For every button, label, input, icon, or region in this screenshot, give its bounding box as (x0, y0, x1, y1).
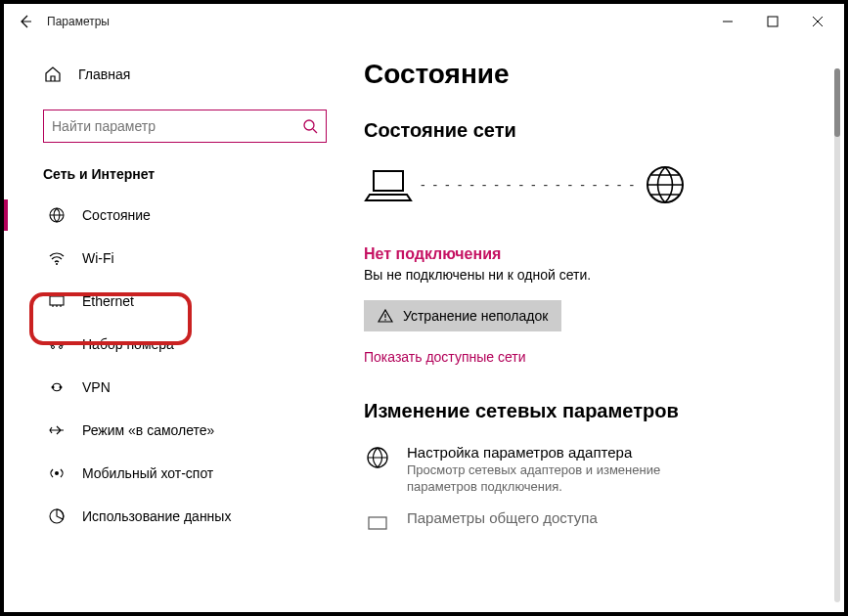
window-title: Параметры (47, 15, 110, 28)
sidebar-item-label: Режим «в самолете» (82, 422, 214, 438)
arrow-left-icon (18, 14, 33, 29)
show-available-networks-link[interactable]: Показать доступные сети (364, 349, 844, 365)
scrollbar[interactable] (834, 68, 840, 602)
sidebar-item-label: Мобильный хот-спот (82, 465, 213, 481)
page-title: Состояние (364, 59, 844, 90)
airplane-icon (47, 420, 67, 440)
home-icon (43, 65, 63, 84)
home-label: Главная (78, 66, 130, 82)
adapter-settings-title: Настройка параметров адаптера (407, 444, 730, 461)
window-controls (705, 4, 840, 39)
maximize-icon (767, 16, 779, 27)
dialup-icon (47, 334, 67, 354)
globe-large-icon (644, 163, 687, 206)
close-icon (812, 16, 824, 27)
search-input[interactable] (52, 118, 302, 134)
svg-rect-8 (50, 296, 64, 305)
no-connection-subtitle: Вы не подключены ни к одной сети. (364, 267, 844, 283)
svg-point-16 (55, 471, 59, 475)
svg-rect-23 (369, 517, 386, 529)
svg-point-4 (304, 120, 314, 130)
connection-dashes: - - - - - - - - - - - - - - - - - - (421, 177, 636, 193)
svg-line-5 (313, 129, 317, 133)
adapter-settings-desc: Просмотр сетевых адаптеров и изменение п… (407, 462, 730, 496)
sidebar-item-vpn[interactable]: VPN (43, 366, 336, 409)
globe-icon (47, 205, 67, 225)
sidebar-item-wifi[interactable]: Wi-Fi (43, 237, 336, 280)
no-connection-title: Нет подключения (364, 245, 844, 263)
svg-point-12 (52, 346, 55, 349)
sidebar-item-label: VPN (82, 379, 111, 395)
network-diagram: - - - - - - - - - - - - - - - - - - (364, 163, 844, 206)
minimize-icon (722, 16, 734, 27)
sharing-params-title: Параметры общего доступа (407, 509, 598, 526)
svg-rect-1 (768, 17, 778, 26)
wifi-icon (47, 248, 67, 268)
sharing-icon (364, 509, 391, 537)
adapter-settings-link[interactable]: Настройка параметров адаптера Просмотр с… (364, 444, 844, 496)
svg-point-21 (384, 319, 386, 321)
scrollbar-thumb[interactable] (834, 68, 840, 137)
troubleshoot-label: Устранение неполадок (403, 308, 548, 324)
sidebar-item-dialup[interactable]: Набор номера (43, 323, 336, 366)
hotspot-icon (47, 463, 67, 483)
sidebar-item-airplane[interactable]: Режим «в самолете» (43, 409, 336, 452)
back-button[interactable] (8, 4, 43, 39)
maximize-button[interactable] (750, 4, 795, 39)
laptop-icon (364, 165, 413, 204)
adapter-icon (364, 444, 391, 496)
sidebar-item-data-usage[interactable]: Использование данных (43, 495, 336, 538)
sidebar-item-status[interactable]: Состояние (43, 194, 336, 237)
sidebar-item-label: Набор номера (82, 336, 174, 352)
close-button[interactable] (795, 4, 840, 39)
sidebar-item-label: Состояние (82, 207, 151, 223)
vpn-icon (47, 377, 67, 397)
svg-rect-18 (374, 171, 403, 191)
network-status-heading: Состояние сети (364, 119, 844, 142)
svg-point-7 (56, 263, 58, 265)
warning-icon (378, 308, 393, 324)
ethernet-icon (47, 291, 67, 311)
sidebar-item-label: Использование данных (82, 508, 231, 524)
data-usage-icon (47, 506, 67, 526)
titlebar: Параметры (4, 4, 844, 39)
minimize-button[interactable] (705, 4, 750, 39)
sidebar-section-title: Сеть и Интернет (43, 166, 336, 182)
sharing-params-link[interactable]: Параметры общего доступа (364, 509, 844, 537)
sidebar-item-ethernet[interactable]: Ethernet (43, 280, 336, 323)
search-box[interactable] (43, 110, 327, 143)
sidebar-item-hotspot[interactable]: Мобильный хот-спот (43, 452, 336, 495)
change-params-heading: Изменение сетевых параметров (364, 400, 844, 422)
search-icon (302, 118, 318, 134)
troubleshoot-button[interactable]: Устранение неполадок (364, 300, 561, 331)
content-area: Главная Сеть и Интернет Состояние Wi-Fi … (4, 39, 844, 612)
main-pane: Состояние Состояние сети - - - - - - - -… (336, 39, 844, 612)
sidebar-item-label: Wi-Fi (82, 250, 114, 266)
svg-point-13 (60, 346, 63, 349)
sidebar-item-label: Ethernet (82, 293, 134, 309)
sidebar: Главная Сеть и Интернет Состояние Wi-Fi … (4, 39, 336, 612)
home-link[interactable]: Главная (43, 59, 336, 90)
